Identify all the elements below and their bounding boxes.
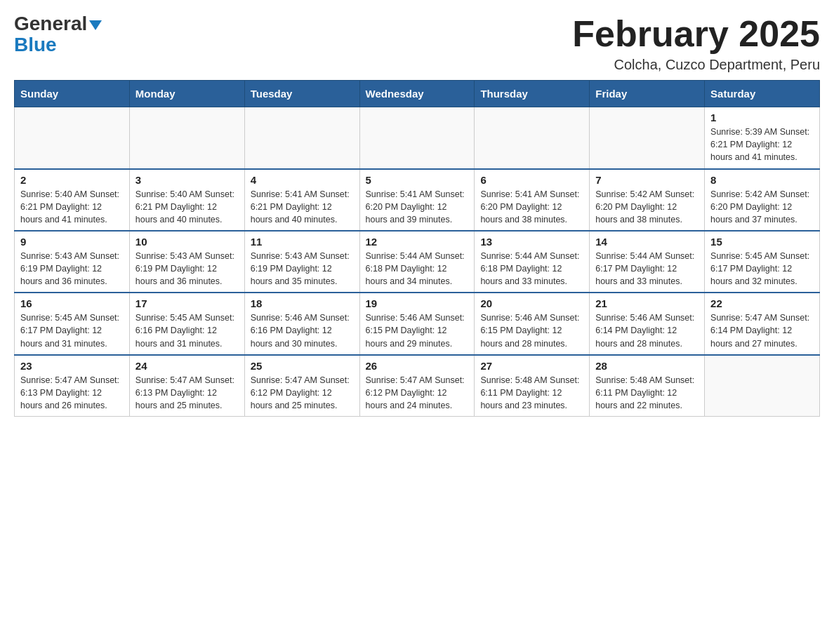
day-number: 2 [20, 174, 124, 186]
calendar-cell: 8Sunrise: 5:42 AM Sunset: 6:20 PM Daylig… [705, 169, 820, 231]
calendar-cell: 16Sunrise: 5:45 AM Sunset: 6:17 PM Dayli… [15, 293, 130, 354]
day-info: Sunrise: 5:46 AM Sunset: 6:15 PM Dayligh… [480, 311, 583, 349]
day-number: 10 [135, 236, 239, 248]
calendar-cell: 6Sunrise: 5:41 AM Sunset: 6:20 PM Daylig… [475, 169, 590, 231]
calendar-cell: 20Sunrise: 5:46 AM Sunset: 6:15 PM Dayli… [475, 293, 590, 354]
day-info: Sunrise: 5:46 AM Sunset: 6:14 PM Dayligh… [595, 311, 699, 349]
calendar-cell: 18Sunrise: 5:46 AM Sunset: 6:16 PM Dayli… [244, 293, 359, 354]
calendar-cell: 19Sunrise: 5:46 AM Sunset: 6:15 PM Dayli… [359, 293, 475, 354]
col-monday: Monday [129, 81, 244, 107]
day-info: Sunrise: 5:48 AM Sunset: 6:11 PM Dayligh… [595, 374, 699, 412]
col-sunday: Sunday [15, 81, 130, 107]
day-number: 16 [20, 297, 124, 309]
calendar-cell [15, 107, 130, 169]
day-info: Sunrise: 5:47 AM Sunset: 6:12 PM Dayligh… [251, 374, 354, 412]
subtitle: Colcha, Cuzco Department, Peru [572, 57, 820, 73]
calendar-cell: 11Sunrise: 5:43 AM Sunset: 6:19 PM Dayli… [244, 231, 359, 293]
day-info: Sunrise: 5:44 AM Sunset: 6:18 PM Dayligh… [366, 250, 469, 288]
calendar-cell: 2Sunrise: 5:40 AM Sunset: 6:21 PM Daylig… [15, 169, 130, 231]
calendar-cell: 22Sunrise: 5:47 AM Sunset: 6:14 PM Dayli… [705, 293, 820, 354]
calendar-cell [705, 355, 820, 417]
calendar-cell: 21Sunrise: 5:46 AM Sunset: 6:14 PM Dayli… [590, 293, 705, 354]
calendar-cell: 23Sunrise: 5:47 AM Sunset: 6:13 PM Dayli… [15, 355, 130, 417]
day-number: 18 [251, 297, 354, 309]
calendar-cell: 15Sunrise: 5:45 AM Sunset: 6:17 PM Dayli… [705, 231, 820, 293]
day-info: Sunrise: 5:41 AM Sunset: 6:21 PM Dayligh… [251, 188, 354, 226]
calendar: Sunday Monday Tuesday Wednesday Thursday… [14, 80, 820, 417]
day-number: 24 [135, 360, 239, 372]
day-number: 12 [366, 236, 469, 248]
day-number: 8 [710, 174, 814, 186]
day-number: 9 [20, 236, 124, 248]
day-number: 14 [595, 236, 699, 248]
day-info: Sunrise: 5:45 AM Sunset: 6:17 PM Dayligh… [20, 311, 124, 349]
day-info: Sunrise: 5:41 AM Sunset: 6:20 PM Dayligh… [480, 188, 583, 226]
calendar-header-row: Sunday Monday Tuesday Wednesday Thursday… [15, 81, 820, 107]
col-thursday: Thursday [475, 81, 590, 107]
day-info: Sunrise: 5:42 AM Sunset: 6:20 PM Dayligh… [595, 188, 699, 226]
day-info: Sunrise: 5:43 AM Sunset: 6:19 PM Dayligh… [251, 250, 354, 288]
calendar-cell: 3Sunrise: 5:40 AM Sunset: 6:21 PM Daylig… [129, 169, 244, 231]
col-wednesday: Wednesday [359, 81, 475, 107]
day-info: Sunrise: 5:46 AM Sunset: 6:16 PM Dayligh… [251, 311, 354, 349]
day-info: Sunrise: 5:40 AM Sunset: 6:21 PM Dayligh… [135, 188, 239, 226]
day-info: Sunrise: 5:43 AM Sunset: 6:19 PM Dayligh… [20, 250, 124, 288]
calendar-week-row: 9Sunrise: 5:43 AM Sunset: 6:19 PM Daylig… [15, 231, 820, 293]
col-friday: Friday [590, 81, 705, 107]
day-info: Sunrise: 5:39 AM Sunset: 6:21 PM Dayligh… [710, 126, 814, 163]
calendar-cell [244, 107, 359, 169]
day-number: 26 [366, 360, 469, 372]
day-info: Sunrise: 5:44 AM Sunset: 6:18 PM Dayligh… [480, 250, 583, 288]
day-info: Sunrise: 5:46 AM Sunset: 6:15 PM Dayligh… [366, 311, 469, 349]
header: General Blue February 2025 Colcha, Cuzco… [14, 14, 820, 73]
calendar-cell: 10Sunrise: 5:43 AM Sunset: 6:19 PM Dayli… [129, 231, 244, 293]
col-saturday: Saturday [705, 81, 820, 107]
calendar-cell: 25Sunrise: 5:47 AM Sunset: 6:12 PM Dayli… [244, 355, 359, 417]
calendar-cell: 27Sunrise: 5:48 AM Sunset: 6:11 PM Dayli… [475, 355, 590, 417]
day-info: Sunrise: 5:47 AM Sunset: 6:13 PM Dayligh… [135, 374, 239, 412]
calendar-cell: 17Sunrise: 5:45 AM Sunset: 6:16 PM Dayli… [129, 293, 244, 354]
title-area: February 2025 Colcha, Cuzco Department, … [572, 14, 820, 73]
day-info: Sunrise: 5:45 AM Sunset: 6:16 PM Dayligh… [135, 311, 239, 349]
day-info: Sunrise: 5:47 AM Sunset: 6:12 PM Dayligh… [366, 374, 469, 412]
day-number: 15 [710, 236, 814, 248]
day-number: 19 [366, 297, 469, 309]
day-number: 11 [251, 236, 354, 248]
calendar-cell [129, 107, 244, 169]
calendar-cell: 24Sunrise: 5:47 AM Sunset: 6:13 PM Dayli… [129, 355, 244, 417]
day-number: 1 [710, 112, 814, 123]
day-number: 4 [251, 174, 354, 186]
day-number: 17 [135, 297, 239, 309]
calendar-week-row: 16Sunrise: 5:45 AM Sunset: 6:17 PM Dayli… [15, 293, 820, 354]
day-info: Sunrise: 5:40 AM Sunset: 6:21 PM Dayligh… [20, 188, 124, 226]
calendar-cell: 7Sunrise: 5:42 AM Sunset: 6:20 PM Daylig… [590, 169, 705, 231]
day-number: 7 [595, 174, 699, 186]
calendar-week-row: 1Sunrise: 5:39 AM Sunset: 6:21 PM Daylig… [15, 107, 820, 169]
calendar-cell: 4Sunrise: 5:41 AM Sunset: 6:21 PM Daylig… [244, 169, 359, 231]
day-number: 13 [480, 236, 583, 248]
calendar-cell [359, 107, 475, 169]
day-number: 25 [251, 360, 354, 372]
day-info: Sunrise: 5:45 AM Sunset: 6:17 PM Dayligh… [710, 250, 814, 288]
month-title: February 2025 [572, 14, 820, 54]
day-number: 27 [480, 360, 583, 372]
day-info: Sunrise: 5:44 AM Sunset: 6:17 PM Dayligh… [595, 250, 699, 288]
day-info: Sunrise: 5:47 AM Sunset: 6:13 PM Dayligh… [20, 374, 124, 412]
day-number: 23 [20, 360, 124, 372]
day-number: 28 [595, 360, 699, 372]
col-tuesday: Tuesday [244, 81, 359, 107]
day-info: Sunrise: 5:42 AM Sunset: 6:20 PM Dayligh… [710, 188, 814, 226]
day-info: Sunrise: 5:47 AM Sunset: 6:14 PM Dayligh… [710, 311, 814, 349]
logo: General Blue [14, 14, 102, 56]
calendar-cell [590, 107, 705, 169]
day-number: 5 [366, 174, 469, 186]
calendar-cell: 26Sunrise: 5:47 AM Sunset: 6:12 PM Dayli… [359, 355, 475, 417]
day-number: 3 [135, 174, 239, 186]
logo-line1: General [14, 14, 102, 34]
day-number: 6 [480, 174, 583, 186]
calendar-cell: 28Sunrise: 5:48 AM Sunset: 6:11 PM Dayli… [590, 355, 705, 417]
day-info: Sunrise: 5:48 AM Sunset: 6:11 PM Dayligh… [480, 374, 583, 412]
calendar-cell [475, 107, 590, 169]
calendar-cell: 13Sunrise: 5:44 AM Sunset: 6:18 PM Dayli… [475, 231, 590, 293]
calendar-cell: 14Sunrise: 5:44 AM Sunset: 6:17 PM Dayli… [590, 231, 705, 293]
